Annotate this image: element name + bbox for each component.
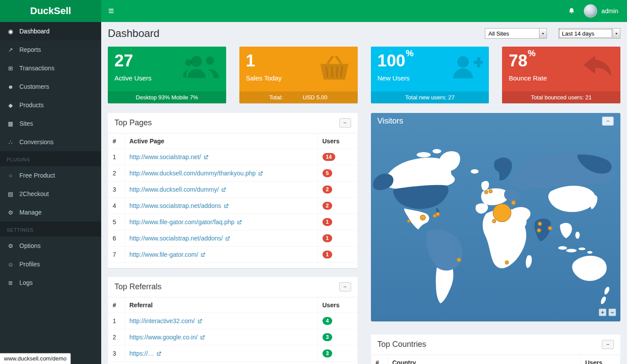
collapse-button[interactable]: − bbox=[339, 118, 351, 127]
visitor-marker[interactable] bbox=[420, 215, 425, 221]
external-link-icon bbox=[200, 335, 205, 340]
stat-bounce-rate: 78% Bounce Rate Total bounced users: 21 bbox=[502, 47, 620, 103]
table-row: 6 http://www.socialstrap.net/addons/ 1 bbox=[108, 230, 358, 247]
users-badge: 5 bbox=[323, 169, 333, 177]
sidebar-item-label: Products bbox=[19, 102, 44, 109]
page-link[interactable]: https://www.google.co.in/ bbox=[129, 334, 205, 341]
visitor-marker[interactable] bbox=[433, 214, 436, 218]
sidebar-item-2checkout[interactable]: ▤ 2Checkout bbox=[0, 185, 101, 203]
visitor-marker[interactable] bbox=[407, 219, 411, 222]
sidebar-item-icon: ∴ bbox=[7, 139, 15, 146]
page-link[interactable]: http://www.file-gator.com/ bbox=[129, 251, 205, 258]
table-row: 3 http://www.ducksell.com/dummy/ 2 bbox=[108, 182, 358, 198]
user-menu[interactable]: admin bbox=[584, 0, 618, 22]
table-row: 3 https://… 3 bbox=[108, 346, 358, 362]
top-countries-table: # Country Users bbox=[371, 355, 621, 364]
external-link-icon bbox=[204, 155, 209, 160]
sidebar-item-icon: ⊞ bbox=[7, 65, 15, 72]
column-header-users: Users bbox=[581, 355, 620, 364]
sidebar-item-reports[interactable]: ↗ Reports bbox=[0, 40, 101, 59]
world-map[interactable]: + − bbox=[371, 129, 621, 321]
visitor-marker[interactable] bbox=[484, 190, 488, 194]
sidebar-item-logs[interactable]: ≣ Logs bbox=[0, 273, 101, 292]
sidebar-item-products[interactable]: ◆ Products bbox=[0, 96, 101, 114]
topbar: DuckSell ≡ admin bbox=[0, 0, 627, 22]
date-filter-select[interactable]: Last 14 days ▼ bbox=[558, 28, 620, 39]
zoom-in-button[interactable]: + bbox=[599, 309, 606, 316]
page-link[interactable]: http://www.ducksell.com/dummy/thankyou.p… bbox=[129, 170, 263, 177]
page-link[interactable]: http://www.socialstrap.net/addons/ bbox=[129, 235, 230, 242]
page-link[interactable]: http://www.ducksell.com/dummy/ bbox=[129, 186, 226, 193]
visitors-title: Visitors bbox=[378, 116, 403, 126]
page-link[interactable]: http://interactive32.com/ bbox=[129, 317, 202, 324]
table-row: 2 http://www.ducksell.com/dummy/thankyou… bbox=[108, 165, 358, 182]
visitor-marker[interactable] bbox=[548, 226, 552, 230]
visitor-marker[interactable] bbox=[492, 219, 496, 223]
users-badge: 2 bbox=[323, 202, 333, 210]
visitor-marker[interactable] bbox=[505, 260, 509, 264]
page-link[interactable]: http://www.socialstrap.net/addons bbox=[129, 202, 229, 209]
page-link[interactable]: https://… bbox=[129, 350, 161, 357]
sidebar-item-transactions[interactable]: ⊞ Transactions bbox=[0, 59, 101, 77]
sidebar: ◉ Dashboard ↗ Reports ⊞ Transactions ☻ C… bbox=[0, 22, 101, 364]
top-pages-table: # Active Page Users 1 http://www.socials… bbox=[108, 133, 358, 263]
table-row: 7 http://www.file-gator.com/ 1 bbox=[108, 247, 358, 263]
sidebar-item-icon: ☻ bbox=[7, 84, 15, 90]
site-filter-select[interactable]: All Sites ▼ bbox=[485, 28, 547, 39]
sidebar-item-conversions[interactable]: ∴ Conversions bbox=[0, 133, 101, 151]
sidebar-item-label: Customers bbox=[19, 83, 49, 90]
page-link[interactable]: http://www.file-gator.com/gator/faq.php bbox=[129, 218, 242, 226]
row-number: 5 bbox=[108, 214, 125, 230]
top-countries-title: Top Countries bbox=[378, 340, 426, 349]
map-markers bbox=[371, 129, 621, 321]
user-plus-icon bbox=[448, 54, 483, 80]
sidebar-item-free-product[interactable]: ○ Free Product bbox=[0, 166, 101, 185]
sidebar-item-dashboard[interactable]: ◉ Dashboard bbox=[0, 22, 101, 40]
reply-arrow-icon bbox=[581, 54, 614, 79]
collapse-button[interactable]: − bbox=[602, 116, 614, 126]
shopping-basket-icon bbox=[317, 54, 352, 81]
visitor-marker[interactable] bbox=[511, 200, 516, 205]
collapse-button[interactable]: − bbox=[602, 340, 614, 349]
users-group-icon bbox=[183, 54, 220, 81]
column-header-num: # bbox=[108, 134, 125, 149]
table-row: 1 http://interactive32.com/ 4 bbox=[108, 313, 358, 329]
sidebar-item-customers[interactable]: ☻ Customers bbox=[0, 77, 101, 96]
sidebar-item-icon: ◉ bbox=[7, 28, 15, 35]
sidebar-item-label: Free Product bbox=[19, 172, 55, 179]
stat-footer: Total bounced users: 21 bbox=[502, 91, 620, 103]
zoom-out-button[interactable]: − bbox=[609, 309, 616, 316]
sidebar-item-options[interactable]: ⚙ Options bbox=[0, 237, 101, 255]
sidebar-item-profiles[interactable]: ☺ Profiles bbox=[0, 255, 101, 273]
visitor-marker[interactable] bbox=[457, 258, 461, 262]
sidebar-item-icon: ◆ bbox=[7, 102, 15, 109]
top-referrals-panel: Top Referrals − # Referral Users 1 bbox=[108, 277, 358, 364]
date-filter-value: Last 14 days bbox=[559, 29, 612, 38]
app-logo[interactable]: DuckSell bbox=[0, 0, 101, 22]
bell-icon bbox=[568, 7, 575, 15]
sidebar-item-icon: ⚙ bbox=[7, 243, 15, 249]
sidebar-item-manage[interactable]: ⚙ Manage bbox=[0, 203, 101, 222]
stat-footer: Total: USD 5.00 bbox=[239, 91, 358, 103]
column-header-users: Users bbox=[318, 134, 357, 149]
sidebar-toggle-button[interactable]: ≡ bbox=[101, 0, 121, 22]
visitor-marker[interactable] bbox=[537, 228, 541, 232]
visitor-marker[interactable] bbox=[436, 212, 440, 216]
table-row: 2 https://www.google.co.in/ 3 bbox=[108, 329, 358, 346]
sidebar-item-sites[interactable]: ▦ Sites bbox=[0, 114, 101, 133]
status-bubble: www.ducksell.com/demo bbox=[0, 353, 71, 364]
chevron-down-icon: ▼ bbox=[612, 29, 620, 38]
sidebar-item-label: 2Checkout bbox=[19, 190, 49, 197]
row-number: 1 bbox=[108, 149, 125, 165]
visitor-marker[interactable] bbox=[538, 222, 542, 226]
collapse-button[interactable]: − bbox=[339, 282, 351, 291]
external-link-icon bbox=[224, 204, 229, 208]
visitor-marker[interactable] bbox=[488, 189, 492, 193]
page-link[interactable]: http://www.socialstrap.net/ bbox=[129, 153, 209, 160]
notifications-button[interactable] bbox=[568, 0, 575, 22]
column-header-num: # bbox=[371, 355, 388, 364]
main-content: Dashboard All Sites ▼ Last 14 days ▼ 27 … bbox=[101, 22, 627, 364]
users-badge: 1 bbox=[323, 251, 333, 258]
visitor-marker[interactable] bbox=[493, 204, 511, 222]
site-filter-value: All Sites bbox=[485, 29, 539, 38]
